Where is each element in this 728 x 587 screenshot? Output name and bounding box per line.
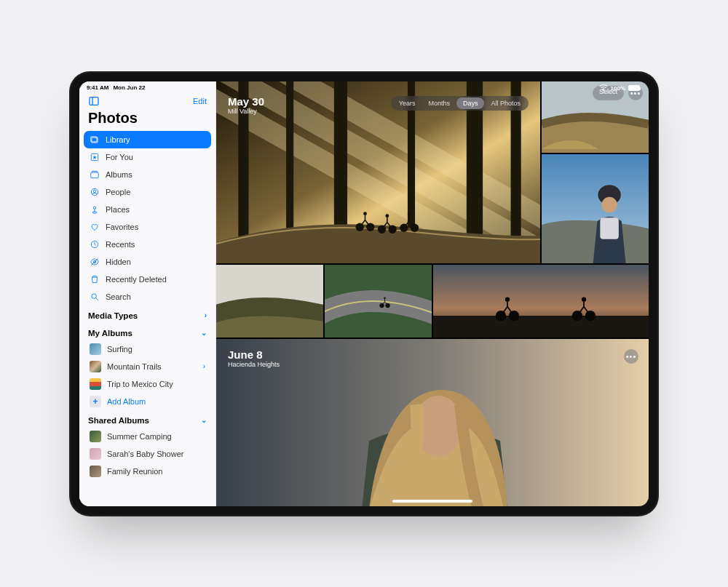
album-label: Sarah's Baby Shower xyxy=(107,450,205,458)
chevron-right-icon: › xyxy=(203,362,205,370)
album-label: Surfing xyxy=(107,345,205,354)
sidebar-item-search[interactable]: Search xyxy=(84,288,211,306)
chevron-down-icon: ⌄ xyxy=(201,329,207,337)
sidebar-item-places[interactable]: Places xyxy=(84,201,211,218)
sidebar: 9:41 AM Mon Jun 22 Edit Photos Library xyxy=(79,81,216,506)
app-title: Photos xyxy=(79,110,215,131)
section-title: Media Types xyxy=(88,311,138,320)
sidebar-edit-button[interactable]: Edit xyxy=(193,97,207,105)
album-thumbnail xyxy=(90,343,101,355)
svg-rect-48 xyxy=(433,316,649,338)
sidebar-item-recents[interactable]: Recents xyxy=(84,236,211,253)
svg-point-7 xyxy=(93,190,96,193)
add-album-button[interactable]: + Add Album xyxy=(84,393,211,410)
photo-group-title: June 8 Hacienda Heights xyxy=(228,349,280,369)
svg-rect-5 xyxy=(91,172,99,178)
svg-point-49 xyxy=(496,311,506,321)
sidebar-item-label: People xyxy=(106,188,205,196)
section-title: My Albums xyxy=(88,329,132,338)
photo-hero-june-8[interactable]: June 8 Hacienda Heights ••• xyxy=(216,339,649,506)
segment-days[interactable]: Days xyxy=(456,97,485,109)
shared-album-baby-shower[interactable]: Sarah's Baby Shower xyxy=(84,445,211,463)
group-date: May 30 xyxy=(228,96,264,108)
search-icon xyxy=(90,292,100,302)
sidebar-item-label: For You xyxy=(106,153,205,161)
album-label: Mountain Trails xyxy=(107,362,197,371)
sidebar-item-library[interactable]: Library xyxy=(84,131,211,148)
time-scope-segmented-control[interactable]: Years Months Days All Photos xyxy=(391,96,529,111)
album-item-mountain-trails[interactable]: Mountain Trails › xyxy=(84,358,211,375)
battery-icon xyxy=(628,85,640,91)
album-item-surfing[interactable]: Surfing xyxy=(84,340,211,358)
group-date: June 8 xyxy=(228,349,280,362)
heart-icon xyxy=(90,222,100,232)
sidebar-item-albums[interactable]: Albums xyxy=(84,166,211,183)
sidebar-item-label: Favorites xyxy=(106,223,205,231)
photo-grid-main: 100% xyxy=(216,81,649,506)
svg-point-46 xyxy=(384,297,386,299)
sidebar-item-label: Search xyxy=(106,292,205,301)
sidebar-item-people[interactable]: People xyxy=(84,183,211,201)
album-item-trip-mexico-city[interactable]: Trip to Mexico City xyxy=(84,375,211,393)
album-thumbnail xyxy=(90,378,101,390)
photos-library-icon xyxy=(90,135,100,145)
home-indicator[interactable] xyxy=(392,500,472,503)
album-thumbnail xyxy=(90,448,101,460)
album-label: Summer Camping xyxy=(107,432,205,441)
photo-thumb-sunset-cyclists[interactable] xyxy=(433,265,649,338)
ipad-device-frame: 9:41 AM Mon Jun 22 Edit Photos Library xyxy=(69,71,659,516)
shared-album-summer-camping[interactable]: Summer Camping xyxy=(84,428,211,445)
segment-all-photos[interactable]: All Photos xyxy=(484,97,527,109)
svg-line-15 xyxy=(96,298,98,300)
people-icon xyxy=(90,187,100,197)
add-album-label: Add Album xyxy=(107,397,205,406)
section-title: Shared Albums xyxy=(88,416,149,425)
photo-group-title: May 30 Mill Valley xyxy=(228,96,264,116)
album-thumbnail xyxy=(90,361,101,372)
section-shared-albums[interactable]: Shared Albums ⌄ xyxy=(79,410,215,428)
svg-rect-41 xyxy=(600,217,618,239)
sidebar-item-label: Albums xyxy=(106,170,205,179)
chevron-down-icon: ⌄ xyxy=(201,416,207,424)
ipad-screen: 9:41 AM Mon Jun 22 Edit Photos Library xyxy=(79,81,649,506)
sidebar-toggle-icon[interactable] xyxy=(88,95,100,107)
places-icon xyxy=(90,204,100,215)
battery-percentage: 100% xyxy=(611,85,625,92)
album-label: Family Reunion xyxy=(107,467,205,476)
svg-point-14 xyxy=(92,293,96,298)
svg-point-10 xyxy=(92,211,97,212)
album-label: Trip to Mexico City xyxy=(107,380,205,388)
photo-hero-may-30[interactable]: May 30 Mill Valley Years Months Days All… xyxy=(216,81,540,263)
sidebar-item-recently-deleted[interactable]: Recently Deleted xyxy=(84,271,211,288)
eye-off-icon xyxy=(90,257,100,267)
plus-icon: + xyxy=(90,396,101,407)
status-bar-right: 100% xyxy=(599,84,640,92)
photo-thumb-cyclist-portrait[interactable] xyxy=(542,154,649,263)
photo-thumb-foggy-hills[interactable] xyxy=(216,265,323,338)
wifi-icon xyxy=(599,84,608,92)
sidebar-item-favorites[interactable]: Favorites xyxy=(84,218,211,236)
status-bar-left: 9:41 AM Mon Jun 22 xyxy=(79,81,215,91)
for-you-icon xyxy=(90,152,100,162)
more-options-icon[interactable]: ••• xyxy=(624,349,638,364)
chevron-right-icon: › xyxy=(205,311,207,319)
sidebar-item-label: Recently Deleted xyxy=(106,275,205,284)
sidebar-item-hidden[interactable]: Hidden xyxy=(84,253,211,271)
svg-point-53 xyxy=(585,311,596,321)
sidebar-nav-list: Library For You Albums People xyxy=(79,131,215,306)
sidebar-item-for-you[interactable]: For You xyxy=(84,148,211,166)
photo-thumb-curved-road[interactable] xyxy=(325,265,432,338)
segment-months[interactable]: Months xyxy=(422,97,456,109)
svg-point-35 xyxy=(408,212,411,216)
status-date: Mon Jun 22 xyxy=(113,84,145,91)
svg-point-8 xyxy=(93,206,96,209)
segment-years[interactable]: Years xyxy=(392,97,422,109)
svg-point-52 xyxy=(572,311,582,321)
albums-icon xyxy=(90,169,100,180)
section-media-types[interactable]: Media Types › xyxy=(79,306,215,323)
svg-point-40 xyxy=(601,196,617,212)
svg-point-54 xyxy=(582,297,586,301)
section-my-albums[interactable]: My Albums ⌄ xyxy=(79,323,215,340)
shared-album-family-reunion[interactable]: Family Reunion xyxy=(84,463,211,480)
album-thumbnail xyxy=(90,466,101,477)
